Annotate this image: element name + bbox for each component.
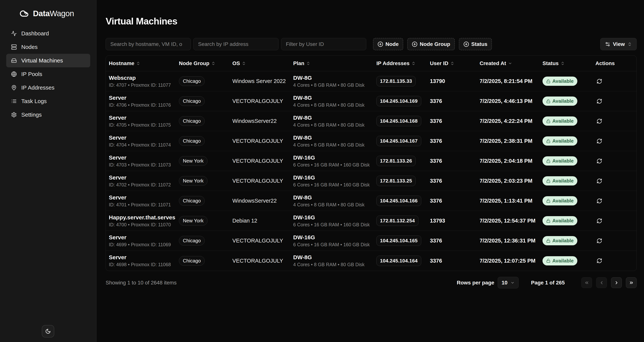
rows-per-page-select[interactable]: 10	[498, 277, 518, 288]
table-row[interactable]: Happy.server.that.serves ID: 4700 • Prox…	[106, 211, 636, 231]
unlock-icon	[546, 199, 550, 203]
ip-cell: 104.245.104.168	[374, 111, 427, 131]
status-badge: Available	[542, 256, 577, 266]
vm-created-at: 7/2/2025, 12:07:25 PM	[480, 258, 536, 264]
filter-node-group-button[interactable]: Node Group	[407, 38, 455, 50]
sidebar-item-ip-pools[interactable]: IP Pools	[6, 67, 90, 81]
refresh-action-button[interactable]	[596, 237, 603, 245]
ip-address-badge: 172.81.135.33	[376, 76, 416, 86]
previous-page-button[interactable]	[596, 277, 607, 288]
column-header-hostname[interactable]: Hostname	[106, 56, 176, 71]
status-badge: Available	[542, 136, 577, 146]
vm-os: VECTORALGOJULY	[232, 238, 283, 244]
table-row[interactable]: Server ID: 4705 • Proxmox ID: 11075 Chic…	[106, 111, 636, 131]
vm-os: VECTORALGOJULY	[232, 138, 283, 144]
table-row[interactable]: Server ID: 4698 • Proxmox ID: 11068 Chic…	[106, 251, 636, 271]
sidebar-item-label: IP Addresses	[21, 84, 54, 91]
theme-toggle-button[interactable]	[42, 325, 54, 338]
refresh-action-button[interactable]	[596, 257, 603, 265]
user-id-cell: 3376	[427, 191, 476, 211]
refresh-action-button[interactable]	[596, 137, 603, 145]
sidebar-nav: Dashboard Nodes Virtual Machines IP Pool…	[6, 27, 90, 121]
refresh-action-button[interactable]	[596, 97, 603, 105]
sort-icon	[136, 61, 140, 65]
refresh-icon	[596, 238, 602, 244]
table-row[interactable]: Server ID: 4701 • Proxmox ID: 11071 Chic…	[106, 191, 636, 211]
table-row[interactable]: Server ID: 4699 • Proxmox ID: 11069 Chic…	[106, 231, 636, 251]
sidebar-item-task-logs[interactable]: Task Logs	[6, 94, 90, 108]
actions-cell	[592, 191, 637, 211]
view-button[interactable]: View	[600, 38, 637, 50]
vm-plan: DW-8G	[293, 194, 312, 201]
search-hostname-input[interactable]	[106, 38, 191, 50]
table-row[interactable]: Webscrap ID: 4707 • Proxmox ID: 11077 Ch…	[106, 71, 636, 91]
user-id-cell: 13790	[427, 71, 476, 91]
vm-created-at: 7/2/2025, 1:13:41 PM	[480, 198, 532, 204]
next-page-button[interactable]	[611, 277, 622, 288]
refresh-action-button[interactable]	[596, 157, 603, 165]
refresh-action-button[interactable]	[596, 197, 603, 205]
chevron-left-icon	[599, 280, 604, 285]
chevrons-left-icon	[584, 280, 589, 285]
node-group-badge: Chicago	[179, 76, 205, 86]
column-header-user-id[interactable]: User ID	[427, 56, 476, 71]
refresh-action-button[interactable]	[596, 117, 603, 125]
filter-node-button[interactable]: Node	[373, 38, 403, 50]
table-row[interactable]: Server ID: 4702 • Proxmox ID: 11072 New …	[106, 171, 636, 191]
refresh-action-button[interactable]	[596, 77, 603, 85]
vm-plan-specs: 4 Cores • 8 GB RAM • 80 GB Disk	[293, 142, 364, 148]
hostname-cell: Server ID: 4698 • Proxmox ID: 11068	[106, 251, 176, 271]
sidebar-item-ip-addresses[interactable]: IP Addresses	[6, 81, 90, 94]
node-group-badge: New York	[179, 156, 208, 166]
refresh-action-button[interactable]	[596, 177, 603, 185]
vm-plan-specs: 6 Cores • 16 GB RAM • 160 GB Disk	[293, 182, 370, 188]
column-header-status[interactable]: Status	[540, 56, 592, 71]
pagination-controls: Rows per page 10 Page 1 of 265	[457, 277, 637, 288]
server-icon	[11, 44, 17, 50]
table-row[interactable]: Server ID: 4706 • Proxmox ID: 11076 Chic…	[106, 91, 636, 111]
sort-icon	[450, 61, 454, 65]
created-at-cell: 7/2/2025, 4:22:24 PM	[476, 111, 540, 131]
os-cell: WindowsServer22	[229, 191, 290, 211]
view-button-label: View	[613, 41, 625, 47]
table-row[interactable]: Server ID: 4703 • Proxmox ID: 11073 New …	[106, 151, 636, 171]
column-header-ip-addresses[interactable]: IP Addresses	[374, 56, 427, 71]
user-id-cell: 3376	[427, 231, 476, 251]
first-page-button[interactable]	[581, 277, 592, 288]
sidebar-item-nodes[interactable]: Nodes	[6, 40, 90, 54]
sort-icon	[412, 61, 416, 65]
last-page-button[interactable]	[626, 277, 637, 288]
sidebar-item-settings[interactable]: Settings	[6, 108, 90, 121]
vm-hostname: Server	[109, 154, 126, 161]
vm-os: VECTORALGOJULY	[232, 98, 283, 104]
search-ip-input[interactable]	[194, 38, 278, 50]
vm-ids: ID: 4701 • Proxmox ID: 11071	[109, 202, 171, 208]
status-badge: Available	[542, 96, 577, 106]
plan-cell: DW-8G 4 Cores • 8 GB RAM • 80 GB Disk	[290, 191, 374, 211]
column-header-os[interactable]: OS	[229, 56, 290, 71]
column-header-node-group[interactable]: Node Group	[176, 56, 229, 71]
ip-address-badge: 172.81.133.26	[376, 156, 416, 166]
sidebar-item-virtual-machines[interactable]: Virtual Machines	[6, 54, 90, 67]
table-row[interactable]: Server ID: 4704 • Proxmox ID: 11074 Chic…	[106, 131, 636, 151]
column-header-created-at[interactable]: Created At	[476, 56, 540, 71]
page-info: Page 1 of 265	[531, 280, 565, 286]
status-cell: Available	[540, 131, 592, 151]
chevrons-right-icon	[629, 280, 634, 285]
vm-user-id: 3376	[430, 238, 442, 244]
vm-plan: DW-16G	[293, 174, 315, 181]
os-cell: Windows Server 2022	[229, 71, 290, 91]
filter-userid-input[interactable]	[281, 38, 366, 50]
node-group-cell: Chicago	[176, 111, 229, 131]
vm-user-id: 3376	[430, 98, 442, 104]
ip-cell: 104.245.104.167	[374, 131, 427, 151]
column-header-plan[interactable]: Plan	[290, 56, 374, 71]
vm-os: WindowsServer22	[232, 198, 276, 204]
vm-plan: DW-8G	[293, 75, 312, 81]
sidebar-item-label: IP Pools	[21, 71, 42, 77]
sidebar-item-dashboard[interactable]: Dashboard	[6, 27, 90, 40]
filter-status-button[interactable]: Status	[459, 38, 492, 50]
refresh-action-button[interactable]	[596, 217, 603, 225]
sidebar-item-label: Settings	[21, 112, 42, 118]
vm-table: Hostname Node Group OS Plan IP Addresses…	[106, 55, 637, 271]
